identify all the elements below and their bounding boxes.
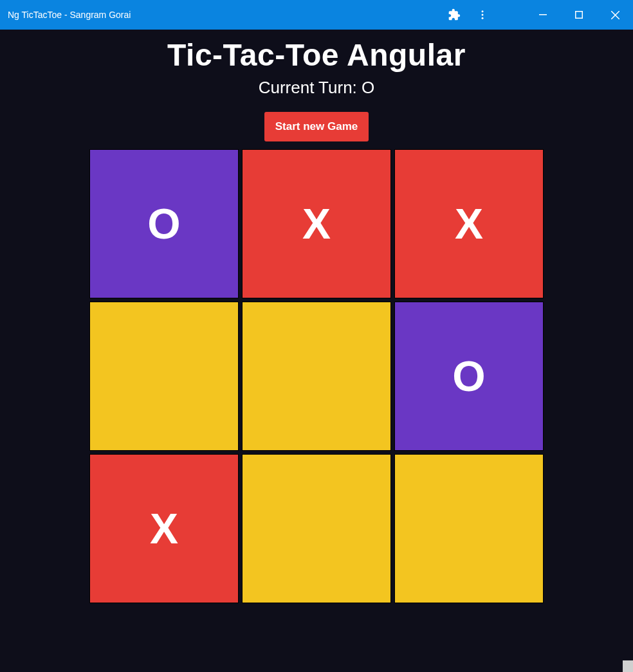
minimize-icon (539, 11, 547, 19)
svg-point-0 (482, 10, 484, 12)
close-button[interactable] (597, 0, 633, 30)
game-board: O X X O X (89, 149, 544, 603)
turn-prefix: Current Turn: (259, 78, 362, 97)
window-title-bar: Ng TicTacToe - Sangram Gorai (0, 0, 633, 30)
board-cell-1-0[interactable] (89, 302, 239, 451)
board-cell-0-0[interactable]: O (89, 149, 239, 298)
extensions-button[interactable] (440, 0, 468, 30)
kebab-menu-button[interactable] (468, 0, 497, 30)
board-cell-2-2[interactable] (394, 454, 544, 603)
more-vertical-icon (477, 9, 488, 21)
svg-point-1 (482, 14, 484, 16)
svg-rect-3 (539, 14, 547, 15)
maximize-button[interactable] (561, 0, 597, 30)
board-cell-2-0[interactable]: X (89, 454, 239, 603)
start-new-game-button[interactable]: Start new Game (264, 112, 369, 141)
svg-point-2 (482, 17, 484, 19)
board-cell-0-1[interactable]: X (242, 149, 391, 298)
window-title: Ng TicTacToe - Sangram Gorai (8, 10, 131, 20)
board-cell-0-2[interactable]: X (394, 149, 544, 298)
cell-mark: X (302, 199, 331, 248)
minimize-button[interactable] (525, 0, 561, 30)
turn-value: O (362, 78, 374, 97)
close-icon (611, 11, 619, 19)
board-cell-1-2[interactable]: O (394, 302, 544, 451)
cell-mark: X (455, 199, 483, 248)
maximize-icon (575, 11, 583, 19)
board-cell-2-1[interactable] (242, 454, 391, 603)
board-cell-1-1[interactable] (242, 302, 391, 451)
svg-rect-4 (576, 12, 583, 19)
game-container: Tic-Tac-Toe Angular Current Turn: O Star… (0, 30, 633, 603)
game-title: Tic-Tac-Toe Angular (167, 37, 466, 73)
cell-mark: O (147, 199, 180, 248)
title-bar-controls (440, 0, 633, 30)
scrollbar-corner (623, 660, 633, 672)
current-turn-label: Current Turn: O (259, 78, 375, 98)
cell-mark: O (452, 352, 485, 401)
cell-mark: X (150, 504, 178, 553)
puzzle-piece-icon (448, 8, 461, 21)
